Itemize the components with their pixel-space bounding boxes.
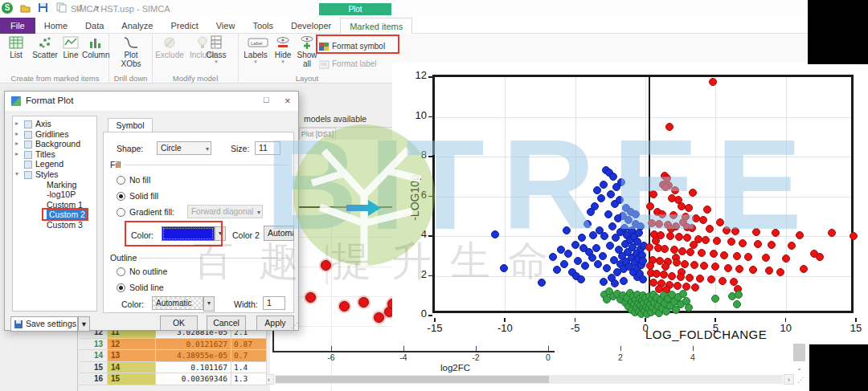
data-point-down-regulated[interactable] (577, 275, 585, 283)
marked-data-point[interactable] (374, 312, 384, 323)
data-point-up-regulated[interactable] (696, 275, 704, 283)
data-point-up-regulated[interactable] (850, 232, 858, 240)
data-point-up-regulated[interactable] (754, 240, 762, 248)
data-point-up-regulated[interactable] (700, 262, 708, 270)
fill-color-swatch[interactable] (162, 226, 215, 241)
data-point-down-regulated[interactable] (616, 196, 624, 204)
data-point-down-regulated[interactable] (611, 279, 619, 287)
close-icon[interactable]: × (285, 95, 291, 107)
data-point-not-significant[interactable] (733, 300, 741, 308)
marked-data-point[interactable] (358, 297, 369, 308)
data-point-up-regulated[interactable] (661, 263, 669, 271)
data-point-up-regulated[interactable] (703, 206, 711, 214)
data-point-up-regulated[interactable] (796, 231, 804, 239)
table-row[interactable]: 16150.003693461.3 (79, 373, 267, 385)
data-point-up-regulated[interactable] (709, 78, 717, 86)
data-point-down-regulated[interactable] (632, 210, 640, 218)
data-point-down-regulated[interactable] (617, 178, 625, 186)
fill-color-dropdown-icon[interactable]: ▾ (215, 226, 226, 241)
data-point-up-regulated[interactable] (674, 282, 682, 290)
marked-data-point[interactable] (339, 301, 350, 312)
color2-button[interactable]: Automatic (264, 226, 294, 241)
chevron-right-icon[interactable]: ▸ (15, 140, 18, 147)
save-icon[interactable] (38, 2, 49, 14)
data-point-down-regulated[interactable] (564, 250, 572, 258)
data-point-up-regulated[interactable] (645, 243, 653, 251)
data-point-down-regulated[interactable] (563, 226, 571, 234)
data-point-up-regulated[interactable] (668, 272, 676, 280)
chevron-right-icon[interactable]: ▸ (15, 150, 18, 157)
line-button[interactable]: Line (59, 35, 82, 59)
tab-data[interactable]: Data (76, 18, 113, 34)
data-point-down-regulated[interactable] (591, 202, 599, 210)
contextual-tab-plot[interactable]: Plot (319, 3, 391, 15)
save-settings-caret-icon[interactable]: ▾ (78, 316, 90, 332)
hide-menu-caret-icon[interactable]: ▾ (272, 59, 294, 64)
data-point-up-regulated[interactable] (698, 249, 706, 257)
data-point-up-regulated[interactable] (670, 246, 678, 254)
exclude-button[interactable]: Exclude (153, 35, 186, 59)
data-point-up-regulated[interactable] (706, 225, 714, 233)
data-point-up-regulated[interactable] (762, 254, 770, 262)
data-point-up-regulated[interactable] (648, 219, 656, 227)
data-point-down-regulated[interactable] (581, 262, 589, 270)
simca-logo-icon[interactable]: S (2, 2, 13, 14)
data-point-down-regulated[interactable] (603, 264, 611, 272)
data-point-up-regulated[interactable] (731, 227, 739, 235)
maximize-icon[interactable]: □ (264, 95, 269, 104)
hscroll-thumb[interactable] (276, 376, 549, 383)
shape-combobox[interactable]: Circle▾ (157, 141, 211, 155)
no-fill-radio[interactable] (117, 176, 125, 185)
class-menu-caret-icon[interactable]: ▾ (203, 59, 230, 64)
outline-color-combobox[interactable]: Automatic (152, 296, 203, 310)
data-point-down-regulated[interactable] (500, 264, 508, 272)
data-point-up-regulated[interactable] (733, 252, 741, 260)
chevron-right-icon[interactable]: ▸ (15, 120, 18, 127)
data-point-down-regulated[interactable] (597, 194, 605, 202)
data-point-down-regulated[interactable] (538, 279, 546, 287)
format-symbol-button[interactable]: Format symbol (319, 42, 385, 51)
data-point-up-regulated[interactable] (677, 273, 685, 281)
data-point-up-regulated[interactable] (710, 250, 718, 258)
data-point-down-regulated[interactable] (600, 181, 608, 189)
ok-button[interactable]: OK (160, 316, 198, 331)
data-point-up-regulated[interactable] (776, 268, 784, 276)
tab-view[interactable]: View (207, 18, 244, 34)
data-point-up-regulated[interactable] (686, 248, 694, 256)
vscroll-down-arrow[interactable]: ⌄ (794, 365, 805, 373)
tab-predict[interactable]: Predict (162, 18, 207, 34)
data-point-down-regulated[interactable] (578, 234, 586, 242)
width-input[interactable]: 1 (263, 296, 285, 310)
solid-line-radio[interactable] (117, 283, 125, 292)
data-point-up-regulated[interactable] (739, 239, 747, 247)
data-point-up-regulated[interactable] (744, 253, 752, 261)
data-point-up-regulated[interactable] (686, 274, 694, 282)
data-point-down-regulated[interactable] (571, 241, 579, 249)
data-point-up-regulated[interactable] (800, 265, 808, 273)
table-row[interactable]: 13120.01216270.87 (79, 339, 267, 351)
data-point-up-regulated[interactable] (689, 189, 697, 197)
data-point-up-regulated[interactable] (690, 261, 698, 269)
column-button[interactable]: Column (82, 35, 109, 59)
marked-data-point[interactable] (321, 260, 331, 271)
data-point-down-regulated[interactable] (637, 222, 645, 230)
data-point-up-regulated[interactable] (683, 234, 691, 242)
data-point-up-regulated[interactable] (735, 265, 743, 273)
tab-home[interactable]: Home (35, 18, 76, 34)
apply-button[interactable]: Apply (256, 316, 294, 331)
no-outline-radio[interactable] (117, 267, 125, 276)
data-point-down-regulated[interactable] (592, 244, 600, 252)
dialog-resize-grip[interactable]: ⋰ (291, 321, 298, 329)
plot-xobs-button[interactable]: Plot XObs (115, 35, 147, 68)
vscroll-thumb[interactable] (793, 344, 805, 361)
data-point-up-regulated[interactable] (723, 226, 731, 234)
tab-tools[interactable]: Tools (244, 18, 282, 34)
data-point-up-regulated[interactable] (661, 183, 669, 191)
data-point-down-regulated[interactable] (594, 260, 602, 268)
marked-data-point[interactable] (305, 292, 316, 303)
data-point-not-significant[interactable] (685, 303, 693, 312)
data-point-not-significant[interactable] (711, 295, 719, 303)
table-row[interactable]: 15140.1011671.4 (79, 362, 267, 374)
data-point-up-regulated[interactable] (669, 211, 678, 219)
labels-menu-caret-icon[interactable]: ▾ (243, 59, 268, 64)
